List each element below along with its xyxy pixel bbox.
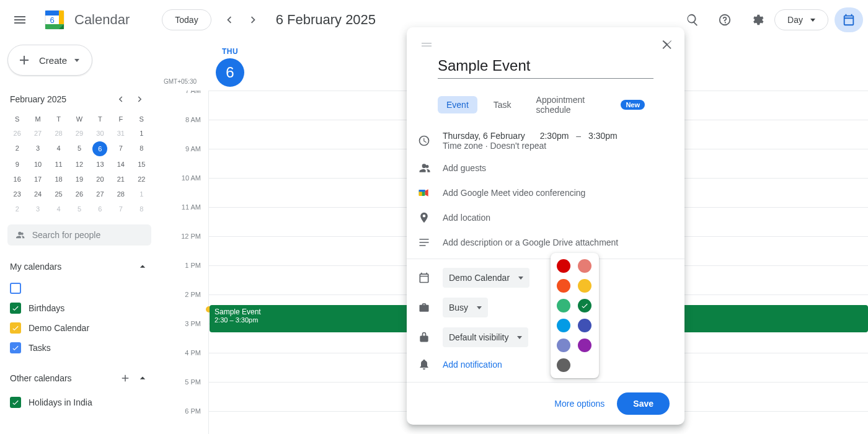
main-menu-button[interactable] <box>5 5 35 35</box>
color-swatch[interactable] <box>557 358 570 372</box>
mini-day[interactable]: 1 <box>132 126 151 140</box>
calendar-list-item[interactable]: Holidays in India <box>7 396 151 409</box>
calendar-checkbox[interactable] <box>10 397 21 408</box>
location-icon <box>418 211 430 224</box>
availability-select[interactable]: Busy <box>443 298 488 317</box>
day-number-badge[interactable]: 6 <box>216 58 244 87</box>
calendar-checkbox[interactable] <box>10 342 21 353</box>
datetime-row[interactable]: Thursday, 6 February 2:30pm – 3:30pm Tim… <box>407 126 684 156</box>
mini-day[interactable]: 3 <box>28 202 47 216</box>
mini-day[interactable]: 1 <box>132 187 151 201</box>
color-swatch[interactable] <box>557 339 570 352</box>
mini-day[interactable]: 20 <box>91 172 110 186</box>
calendar-list-item[interactable]: Birthdays <box>7 301 151 315</box>
color-swatch[interactable] <box>557 259 570 273</box>
mini-day[interactable]: 17 <box>28 172 47 186</box>
mini-day[interactable]: 8 <box>132 202 151 216</box>
drag-handle-icon[interactable] <box>417 40 436 50</box>
location-row[interactable]: Add location <box>407 205 684 230</box>
mini-day[interactable]: 15 <box>132 157 151 171</box>
mini-day[interactable]: 26 <box>7 126 27 140</box>
mini-day[interactable]: 11 <box>49 157 68 171</box>
mini-day[interactable]: 30 <box>91 126 110 140</box>
add-other-calendar[interactable] <box>117 370 134 387</box>
today-button[interactable]: Today <box>162 9 211 30</box>
my-calendars-title: My calendars <box>10 262 61 272</box>
color-swatch[interactable] <box>557 279 570 293</box>
color-swatch[interactable] <box>578 299 591 312</box>
calendar-select[interactable]: Demo Calendar <box>443 268 529 288</box>
mini-day[interactable]: 7 <box>111 141 130 156</box>
mini-day[interactable]: 31 <box>111 126 130 140</box>
mini-day[interactable]: 13 <box>91 157 110 171</box>
tab-appointment[interactable]: Appointment schedule New <box>528 91 653 118</box>
color-swatch[interactable] <box>557 299 570 312</box>
mini-day[interactable]: 16 <box>7 172 27 186</box>
support-button[interactable] <box>710 5 740 35</box>
tab-task[interactable]: Task <box>485 96 520 113</box>
mini-day[interactable]: 12 <box>69 157 89 171</box>
mini-day[interactable]: 23 <box>7 187 27 201</box>
save-button[interactable]: Save <box>617 392 670 415</box>
view-selector[interactable]: Day <box>774 9 828 30</box>
mini-next-month[interactable] <box>131 91 149 108</box>
create-event-button[interactable]: Create <box>7 45 92 76</box>
mini-day[interactable]: 2 <box>7 202 27 216</box>
my-calendars-toggle[interactable]: My calendars <box>7 258 151 275</box>
mini-day[interactable]: 5 <box>69 141 89 156</box>
search-people-input[interactable] <box>31 229 144 241</box>
color-swatch[interactable] <box>578 339 591 352</box>
event-date: Thursday, 6 February <box>443 131 525 141</box>
mini-day[interactable]: 5 <box>69 202 89 216</box>
calendar-list-item[interactable]: Tasks <box>7 341 151 355</box>
more-options-link[interactable]: More options <box>554 399 604 409</box>
color-swatch[interactable] <box>578 319 591 332</box>
calendar-checkbox[interactable] <box>10 303 21 314</box>
mini-day[interactable]: 25 <box>49 187 68 201</box>
notification-row[interactable]: Add notification <box>407 352 684 377</box>
mini-day[interactable]: 29 <box>69 126 89 140</box>
search-people-field[interactable] <box>7 224 151 246</box>
mini-day[interactable]: 4 <box>49 141 68 156</box>
mini-day[interactable]: 4 <box>49 202 68 216</box>
mini-prev-month[interactable] <box>112 91 129 108</box>
mini-day[interactable]: 24 <box>28 187 47 201</box>
mini-day[interactable]: 28 <box>111 187 130 201</box>
mini-day[interactable]: 18 <box>49 172 68 186</box>
mini-day[interactable]: 26 <box>69 187 89 201</box>
mini-day[interactable]: 21 <box>111 172 130 186</box>
mini-day[interactable]: 7 <box>111 202 130 216</box>
calendar-list-item[interactable] <box>7 281 151 295</box>
mini-day[interactable]: 27 <box>91 187 110 201</box>
calendar-checkbox[interactable] <box>10 322 21 334</box>
color-swatch[interactable] <box>557 319 570 332</box>
event-title-input[interactable]: Sample Event <box>438 57 653 79</box>
mini-day[interactable]: 10 <box>28 157 47 171</box>
color-swatch[interactable] <box>578 279 591 293</box>
mini-day[interactable]: 6 <box>92 141 107 156</box>
mini-day[interactable]: 28 <box>49 126 68 140</box>
prev-day-button[interactable] <box>216 7 241 32</box>
tab-event[interactable]: Event <box>438 96 477 113</box>
mini-day[interactable]: 8 <box>132 141 151 156</box>
mini-day[interactable]: 6 <box>91 202 110 216</box>
color-swatch[interactable] <box>578 259 591 273</box>
description-row[interactable]: Add description or a Google Drive attach… <box>407 230 684 255</box>
meet-row[interactable]: Add Google Meet video conferencing <box>407 180 684 205</box>
mini-day[interactable]: 9 <box>7 157 27 171</box>
calendar-list-item[interactable]: Demo Calendar <box>7 321 151 335</box>
mini-day[interactable]: 3 <box>28 141 47 156</box>
mini-day[interactable]: 14 <box>111 157 130 171</box>
mini-day[interactable]: 22 <box>132 172 151 186</box>
mini-day[interactable]: 2 <box>7 141 27 156</box>
calendar-checkbox[interactable] <box>10 283 21 294</box>
side-panel-toggle[interactable] <box>835 7 863 32</box>
other-calendars-toggle[interactable]: Other calendars <box>7 367 151 389</box>
close-popover-button[interactable] <box>655 32 680 57</box>
next-day-button[interactable] <box>241 7 266 32</box>
mini-day[interactable]: 27 <box>28 126 47 140</box>
visibility-select[interactable]: Default visibility <box>443 327 528 347</box>
mini-day[interactable]: 19 <box>69 172 89 186</box>
settings-button[interactable] <box>742 5 772 35</box>
guests-row[interactable]: Add guests <box>407 156 684 180</box>
